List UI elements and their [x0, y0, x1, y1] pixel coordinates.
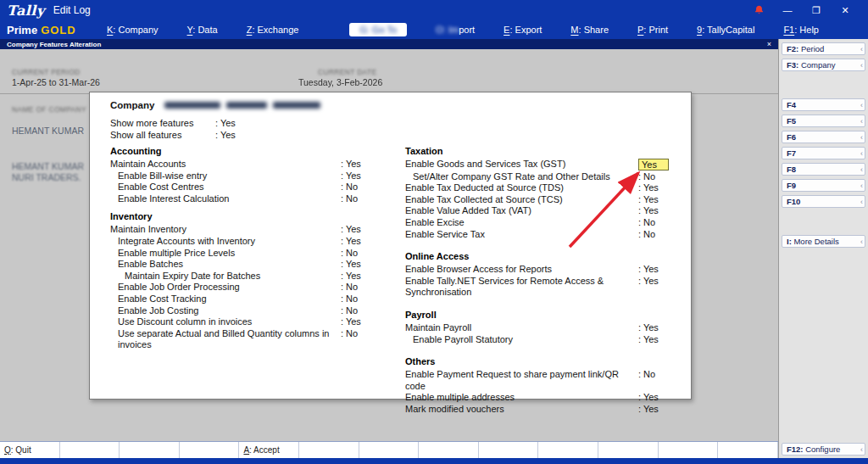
bottombar-slot — [359, 442, 420, 458]
sidebar-button-f10[interactable]: F10‹ — [782, 195, 865, 208]
chevron-left-icon: ‹ — [860, 133, 863, 142]
sidebar-button-f6[interactable]: F6‹ — [782, 131, 865, 143]
feature-row[interactable]: Enable multiple Price Levels: No — [110, 248, 376, 260]
menu-item-tallycapital[interactable]: 9: TallyCapital — [697, 25, 754, 35]
chevron-left-icon: ‹ — [860, 61, 863, 70]
menu-item-help[interactable]: F1: Help — [783, 25, 819, 35]
feature-value-highlight[interactable]: Yes — [638, 159, 669, 171]
feature-row[interactable]: Enable Interest Calculation: No — [110, 193, 376, 205]
sidebar-button-f3-company[interactable]: F3: Company‹ — [782, 59, 865, 71]
feature-row[interactable]: Enable Tax Deducted at Source (TDS): Yes — [405, 182, 681, 194]
minimize-button[interactable]: — — [773, 5, 802, 15]
current-date-label: CURRENT DATE — [318, 68, 376, 76]
feature-row[interactable]: Enable Cost Centres: No — [110, 182, 376, 193]
bottombar-label: : Quit — [11, 445, 31, 455]
menu-item-print[interactable]: P: Print — [637, 25, 668, 35]
sidebar-button-i-more-details[interactable]: I: More Details‹ — [782, 235, 865, 248]
menu-item-data[interactable]: Y: Data — [187, 25, 218, 35]
company-list-item[interactable]: NURI TRADERS. — [12, 172, 81, 182]
feature-label: Enable Goods and Services Tax (GST) — [405, 159, 638, 171]
feature-value: : Yes — [341, 171, 376, 182]
feature-label: Enable Tax Collected at Source (TCS) — [405, 194, 638, 206]
feature-row[interactable]: Enable Browser Access for Reports: Yes — [405, 264, 681, 276]
feature-row[interactable]: Show more features: Yes — [110, 117, 682, 129]
feature-row[interactable]: Enable Payment Request to share payment … — [405, 369, 681, 392]
chevron-left-icon: ‹ — [860, 117, 863, 126]
feature-row[interactable]: Enable Cost Tracking: No — [110, 293, 376, 305]
feature-value: : Yes — [341, 316, 376, 328]
sidebar-button-f2-period[interactable]: F2: Period‹ — [782, 42, 865, 55]
company-name-redacted — [164, 102, 220, 109]
feature-row[interactable]: Maintain Inventory: Yes — [110, 224, 376, 236]
feature-row[interactable]: Enable Tally.NET Services for Remote Acc… — [405, 276, 681, 299]
feature-value: Yes — [638, 159, 681, 171]
menu-key: F1 — [783, 25, 794, 35]
feature-label: Enable Value Added Tax (VAT) — [405, 205, 638, 217]
company-name-redacted — [273, 102, 320, 109]
feature-label: Enable Excise — [405, 217, 638, 229]
menu-row: PrimeGOLD K: CompanyY: DataZ: ExchangeG:… — [0, 20, 868, 39]
feature-row[interactable]: Set/Alter Company GST Rate and Other Det… — [405, 171, 681, 183]
bottombar-button-accept[interactable]: A: Accept — [239, 442, 299, 458]
feature-row[interactable]: Enable Batches: Yes — [110, 259, 376, 271]
feature-label: Enable Cost Centres — [110, 182, 341, 193]
feature-label: Mark modified vouchers — [405, 404, 638, 416]
menu-item-go-to[interactable]: G: Go To — [349, 23, 407, 36]
sidebar-button-key: F2: — [787, 44, 798, 53]
feature-row[interactable]: Enable multiple addresses: Yes — [405, 392, 681, 404]
close-button[interactable]: ✕ — [831, 5, 860, 16]
feature-row[interactable]: Mark modified vouchers: Yes — [405, 404, 681, 416]
feature-row[interactable]: Enable Excise: No — [405, 217, 681, 229]
feature-value: : Yes — [341, 271, 376, 282]
feature-row[interactable]: Maintain Payroll: Yes — [405, 322, 681, 334]
sidebar-gap — [782, 75, 865, 95]
feature-columns: AccountingMaintain Accounts: YesEnable B… — [110, 146, 682, 416]
bottombar-button-quit[interactable]: Q: Quit — [0, 442, 60, 458]
feature-row[interactable]: Enable Job Order Processing: No — [110, 282, 376, 293]
feature-row[interactable]: Enable Service Tax: No — [405, 229, 681, 241]
feature-label: Maintain Inventory — [110, 224, 341, 236]
feature-value: : Yes — [341, 224, 376, 236]
sidebar-button-label: More Details — [792, 237, 839, 246]
section-title-payroll: Payroll — [405, 310, 681, 320]
feature-row[interactable]: Enable Tax Collected at Source (TCS): Ye… — [405, 194, 681, 206]
section-title-inventory: Inventory — [110, 211, 376, 221]
menu-item-share[interactable]: M: Share — [570, 25, 609, 35]
feature-row[interactable]: Integrate Accounts with Inventory: Yes — [110, 236, 376, 248]
feature-row[interactable]: Enable Bill-wise entry: Yes — [110, 171, 376, 182]
feature-row[interactable]: Use Discount column in invoices: Yes — [110, 316, 376, 328]
feature-row[interactable]: Enable Payroll Statutory: Yes — [405, 334, 681, 346]
chevron-left-icon: ‹ — [860, 182, 863, 190]
sidebar-button-f12-configure[interactable]: F12: Configure‹ — [782, 443, 865, 456]
sidebar-button-f7[interactable]: F7‹ — [782, 147, 865, 159]
notification-bell-icon[interactable] — [744, 4, 773, 17]
feature-row[interactable]: Enable Value Added Tax (VAT): Yes — [405, 205, 681, 217]
sidebar-button-f5[interactable]: F5‹ — [782, 115, 865, 127]
feature-row[interactable]: Enable Job Costing: No — [110, 305, 376, 317]
menu-item-export[interactable]: E: Export — [504, 25, 542, 35]
sidebar-spacer — [782, 251, 865, 439]
feature-row[interactable]: Maintain Accounts: Yes — [110, 159, 376, 171]
sidebar-button-f4[interactable]: F4‹ — [782, 98, 865, 111]
company-features-dialog: Company Show more features: YesShow all … — [89, 92, 692, 400]
feature-label: Enable Payroll Statutory — [405, 334, 638, 346]
feature-row[interactable]: Use separate Actual and Billed Quantity … — [110, 328, 376, 351]
company-list-item[interactable]: HEMANT KUMAR — [12, 126, 84, 136]
screen-close-icon[interactable]: × — [767, 40, 771, 48]
feature-row[interactable]: Maintain Expiry Date for Batches: Yes — [110, 271, 376, 282]
feature-label: Enable Service Tax — [405, 229, 638, 241]
sidebar-button-f9[interactable]: F9‹ — [782, 179, 865, 192]
menu-item-company[interactable]: K: Company — [107, 25, 159, 35]
features-left-column: AccountingMaintain Accounts: YesEnable B… — [110, 146, 376, 416]
company-list-item[interactable]: HEMANT KUMAR — [12, 161, 84, 171]
sidebar-button-f8[interactable]: F8‹ — [782, 163, 865, 176]
feature-row[interactable]: Show all features: Yes — [110, 129, 682, 141]
bottombar-slot — [60, 442, 120, 458]
restore-button[interactable]: ❐ — [802, 5, 831, 16]
feature-value: : No — [341, 182, 376, 193]
menu-item-import[interactable]: O: Import — [436, 25, 475, 35]
feature-label: Maintain Accounts — [110, 159, 341, 171]
feature-value: : No — [638, 171, 681, 183]
feature-row[interactable]: Enable Goods and Services Tax (GST)Yes — [405, 159, 681, 171]
menu-item-exchange[interactable]: Z: Exchange — [247, 25, 299, 35]
